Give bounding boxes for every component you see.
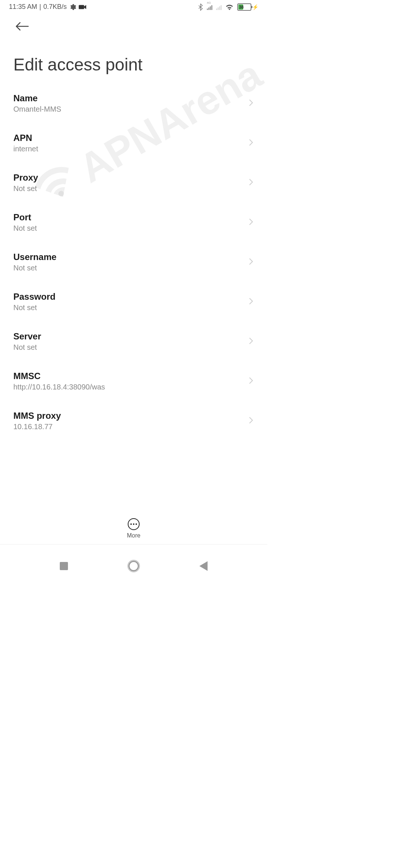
page-title: Edit access point [0, 42, 267, 83]
navigation-bar [0, 553, 267, 579]
chevron-right-icon [249, 297, 254, 307]
setting-value: Not set [13, 343, 249, 352]
setting-value: Not set [13, 303, 249, 312]
bottom-action-bar: More [0, 513, 267, 545]
signal-1-wrap: 4G [207, 4, 212, 10]
setting-username[interactable]: Username Not set [0, 242, 267, 282]
setting-value: Not set [13, 264, 249, 272]
setting-label: Name [13, 93, 249, 103]
setting-value: Not set [13, 184, 249, 193]
chevron-right-icon [249, 376, 254, 387]
status-separator: | [39, 3, 41, 11]
setting-server[interactable]: Server Not set [0, 322, 267, 361]
setting-mms-proxy[interactable]: MMS proxy 10.16.18.77 [0, 401, 267, 441]
status-right: 4G 38 ⚡ [198, 3, 258, 11]
setting-value: Omantel-MMS [13, 105, 249, 114]
setting-label: MMSC [13, 371, 249, 381]
battery-indicator: 38 ⚡ [237, 3, 258, 11]
wifi-icon [225, 4, 234, 10]
status-data-rate: 0.7KB/s [43, 3, 67, 11]
battery-percent: 38 [239, 5, 244, 9]
chevron-right-icon [249, 138, 254, 148]
settings-list: Name Omantel-MMS APN internet Proxy Not … [0, 83, 267, 442]
status-time: 11:35 AM [9, 3, 37, 11]
content-area: APNArena Name Omantel-MMS APN internet P… [0, 83, 267, 442]
more-button[interactable] [128, 518, 140, 530]
back-button[interactable] [13, 20, 31, 34]
nav-home-button[interactable] [128, 561, 139, 571]
nav-recent-button[interactable] [60, 562, 68, 570]
setting-port[interactable]: Port Not set [0, 203, 267, 242]
setting-value: 10.16.18.77 [13, 423, 249, 431]
setting-label: Proxy [13, 172, 249, 183]
setting-label: Server [13, 331, 249, 342]
setting-label: APN [13, 133, 249, 143]
gear-icon [69, 3, 76, 11]
status-left: 11:35 AM | 0.7KB/s [9, 3, 87, 11]
chevron-right-icon [249, 336, 254, 347]
chevron-right-icon [249, 257, 254, 267]
status-bar: 11:35 AM | 0.7KB/s 4G 38 [0, 0, 267, 12]
setting-password[interactable]: Password Not set [0, 282, 267, 322]
setting-label: Password [13, 292, 249, 302]
setting-value: http://10.16.18.4:38090/was [13, 383, 249, 391]
setting-apn[interactable]: APN internet [0, 123, 267, 163]
setting-label: MMS proxy [13, 411, 249, 421]
chevron-right-icon [249, 217, 254, 228]
more-label: More [127, 532, 140, 539]
signal-bars-1-icon [207, 4, 212, 10]
nav-back-button[interactable] [199, 561, 208, 571]
chevron-right-icon [249, 98, 254, 109]
network-type-label: 4G [207, 1, 211, 4]
setting-label: Username [13, 252, 249, 262]
bluetooth-icon [198, 3, 203, 11]
charging-icon: ⚡ [252, 4, 258, 10]
setting-label: Port [13, 212, 249, 223]
setting-value: internet [13, 145, 249, 153]
setting-mmsc[interactable]: MMSC http://10.16.18.4:38090/was [0, 361, 267, 401]
svg-rect-0 [79, 5, 84, 9]
header [0, 12, 267, 42]
setting-value: Not set [13, 224, 249, 233]
chevron-right-icon [249, 178, 254, 188]
signal-bars-2-icon [216, 4, 222, 10]
camera-icon [79, 4, 87, 10]
setting-name[interactable]: Name Omantel-MMS [0, 83, 267, 123]
chevron-right-icon [249, 416, 254, 426]
setting-proxy[interactable]: Proxy Not set [0, 163, 267, 203]
